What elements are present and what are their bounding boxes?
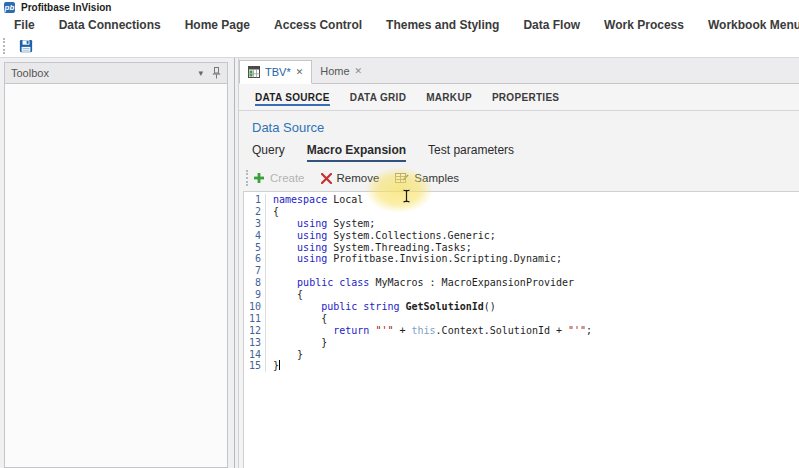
close-icon[interactable]: ✕ [355,66,363,76]
menu-item-home-page[interactable]: Home Page [173,18,262,32]
tab-tbv-label: TBV* [265,66,291,78]
save-button[interactable] [16,37,36,55]
save-icon [19,39,33,53]
x-icon [321,173,332,184]
toolbox-header: Toolbox ▾ [5,63,227,84]
toolbox-content [5,84,227,468]
menu-item-file[interactable]: File [2,18,47,32]
tab-macro-expansion[interactable]: Macro Expansion [307,143,406,162]
tab-tbv[interactable]: TBV* ✕ [239,60,312,84]
remove-label: Remove [337,172,380,184]
macro-toolbar-grip-handle[interactable] [246,170,249,186]
menu-item-workbook-menu[interactable]: Workbook Menu [696,18,799,32]
data-source-content: Data Source Query Macro Expansion Test p… [239,111,799,468]
app-title: Profitbase InVision [21,2,111,13]
create-button[interactable]: Create [253,172,305,184]
panel-splitter[interactable] [234,58,235,468]
code-lines: 1namespace Local2{3 using System;4 using… [244,194,799,372]
close-icon[interactable]: ✕ [296,67,304,77]
document-tab-strip: TBV* ✕ Home ✕ [239,58,799,84]
toolbox-panel: Toolbox ▾ [4,62,228,468]
remove-button[interactable]: Remove [321,172,380,184]
menu-item-data-connections[interactable]: Data Connections [47,18,173,32]
page-title: Data Source [252,120,799,135]
macro-toolbar: Create Remove [243,168,799,188]
pin-icon[interactable] [212,67,221,79]
tab-data-grid[interactable]: DATA GRID [343,87,413,107]
table-grid-icon [248,66,260,78]
tab-data-source[interactable]: DATA SOURCE [248,87,337,107]
toolbar-grip-handle[interactable] [3,38,6,54]
samples-label: Samples [414,172,459,184]
chevron-down-icon[interactable]: ▾ [189,68,212,78]
samples-button[interactable]: Samples [395,172,459,184]
tab-markup[interactable]: MARKUP [419,87,479,107]
main-toolbar [0,35,799,58]
toolbox-title: Toolbox [11,67,49,79]
data-source-sub-tabs: Query Macro Expansion Test parameters [252,143,799,162]
code-editor[interactable]: 1namespace Local2{3 using System;4 using… [243,191,799,468]
menu-item-work-process[interactable]: Work Process [592,18,696,32]
app-window: pb Profitbase InVision File Data Connect… [0,0,799,468]
menu-item-access-control[interactable]: Access Control [262,18,374,32]
samples-grid-pencil-icon [395,172,409,184]
tab-test-parameters[interactable]: Test parameters [428,143,514,162]
main-area: TBV* ✕ Home ✕ DATA SOURCE DATA GRID MARK… [239,58,799,468]
title-bar: pb Profitbase InVision [0,0,799,15]
menu-item-data-flow[interactable]: Data Flow [511,18,592,32]
menu-bar: File Data Connections Home Page Access C… [0,15,799,35]
profitbase-logo-icon: pb [4,2,15,13]
create-label: Create [270,172,305,184]
view-tab-strip: DATA SOURCE DATA GRID MARKUP PROPERTIES [239,84,799,111]
tab-home[interactable]: Home ✕ [312,59,370,83]
tab-home-label: Home [320,65,349,77]
tab-properties[interactable]: PROPERTIES [485,87,566,107]
plus-icon [253,172,265,184]
tab-query[interactable]: Query [252,143,285,162]
menu-item-themes-and-styling[interactable]: Themes and Styling [374,18,511,32]
